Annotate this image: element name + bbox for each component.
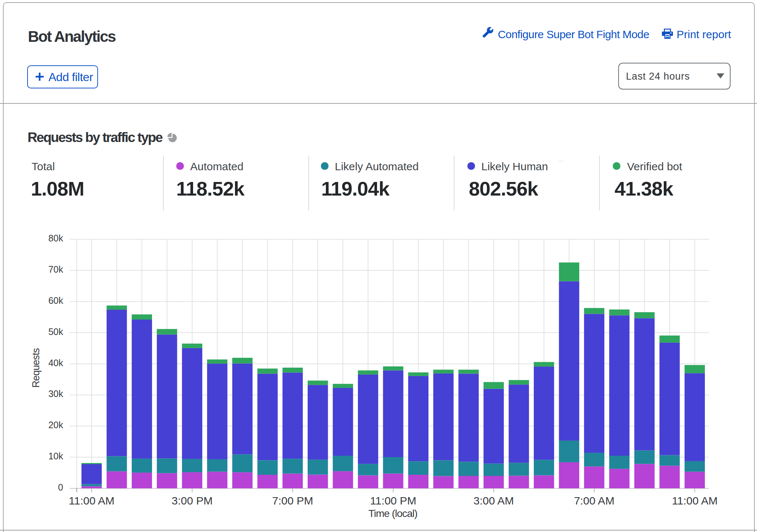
svg-text:3:00 AM: 3:00 AM	[474, 495, 514, 507]
svg-text:60k: 60k	[48, 295, 64, 306]
svg-text:Time (local): Time (local)	[368, 508, 417, 519]
svg-text:0: 0	[58, 482, 63, 492]
svg-text:80k: 80k	[48, 233, 64, 243]
svg-text:10k: 10k	[48, 451, 64, 461]
svg-text:11:00 PM: 11:00 PM	[370, 495, 416, 507]
svg-text:70k: 70k	[48, 264, 64, 274]
svg-text:40k: 40k	[48, 358, 64, 368]
svg-text:7:00 AM: 7:00 AM	[574, 495, 615, 507]
svg-text:7:00 PM: 7:00 PM	[272, 495, 313, 507]
svg-text:3:00 PM: 3:00 PM	[172, 495, 213, 507]
svg-text:11:00 AM: 11:00 AM	[672, 495, 718, 507]
svg-text:11:00 AM: 11:00 AM	[69, 495, 115, 507]
svg-text:20k: 20k	[48, 420, 64, 430]
svg-text:30k: 30k	[48, 389, 64, 399]
svg-text:50k: 50k	[48, 327, 64, 337]
svg-text:Requests: Requests	[30, 348, 41, 388]
